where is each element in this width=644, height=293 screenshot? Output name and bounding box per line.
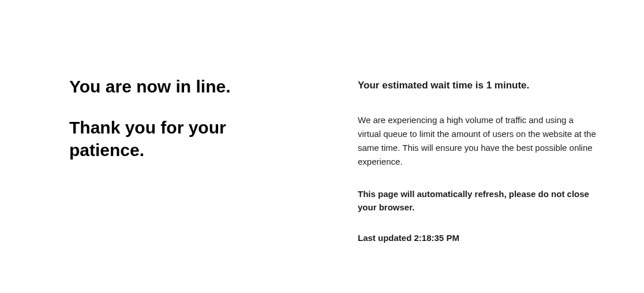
left-column: You are now in line. Thank you for your … <box>69 75 300 243</box>
refresh-warning-text: This page will automatically refresh, pl… <box>358 187 598 214</box>
queue-page: You are now in line. Thank you for your … <box>0 0 644 243</box>
queue-headline-2: Thank you for your patience. <box>69 116 300 161</box>
queue-explanation-text: We are experiencing a high volume of tra… <box>358 113 598 169</box>
queue-headline-1: You are now in line. <box>69 75 300 98</box>
wait-time-heading: Your estimated wait time is 1 minute. <box>358 80 598 91</box>
right-column: Your estimated wait time is 1 minute. We… <box>358 75 598 243</box>
last-updated-text: Last updated 2:18:35 PM <box>358 233 598 243</box>
